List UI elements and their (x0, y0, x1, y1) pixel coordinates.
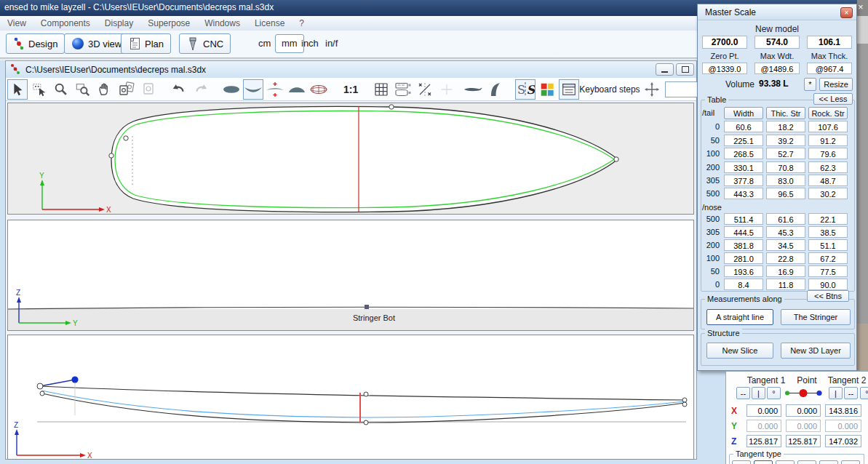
table-cell[interactable]: 443.3 (724, 188, 763, 199)
table-cell[interactable]: 107.6 (808, 121, 848, 132)
point-dot[interactable] (800, 389, 808, 397)
table-cell[interactable]: 22.8 (766, 252, 805, 264)
colors-icon[interactable] (537, 79, 557, 100)
mirror-icon[interactable]: S S (515, 79, 535, 100)
control-point[interactable] (682, 398, 687, 402)
cnc-button[interactable]: CNC (179, 33, 231, 54)
doc-restore-button[interactable] (676, 63, 694, 76)
z-point-field[interactable]: 125.817 (786, 435, 821, 447)
unit-cm[interactable]: cm (258, 38, 271, 49)
tangent-type-button[interactable] (797, 460, 816, 464)
y-tangent2-field[interactable]: 0.000 (825, 420, 861, 432)
z-tangent1-field[interactable]: 125.817 (746, 435, 781, 447)
zoom-icon[interactable] (51, 79, 71, 100)
table-cell[interactable]: 193.6 (724, 265, 763, 277)
marquee-select-icon[interactable] (29, 79, 49, 100)
table-cell[interactable]: 330.1 (724, 161, 763, 173)
tangent-type-button[interactable] (841, 460, 860, 464)
outline-view-panel[interactable]: Y X (7, 103, 694, 215)
select-cursor-icon[interactable] (7, 79, 28, 100)
unit-inch[interactable]: inch (301, 38, 319, 49)
thickness-view-icon[interactable] (265, 79, 285, 100)
table-cell[interactable]: 39.2 (766, 135, 805, 146)
table-cell[interactable]: 16.9 (766, 265, 805, 277)
menu-help[interactable]: ? (292, 18, 311, 28)
stringer-bottom-curve[interactable] (8, 307, 693, 309)
table-cell[interactable]: 62.3 (808, 161, 848, 173)
table-cell[interactable]: 48.7 (808, 175, 848, 186)
table-cell[interactable]: 52.7 (766, 148, 805, 159)
tangent-type-button[interactable] (819, 460, 838, 464)
tangent1-angle-button[interactable]: ° (767, 387, 781, 399)
3d-view-button[interactable]: 3D view (64, 33, 129, 54)
y-tangent1-field[interactable]: 0.000 (746, 420, 781, 432)
pan-hand-icon[interactable] (95, 79, 115, 100)
redo-icon[interactable] (191, 79, 211, 100)
table-cell[interactable]: 225.1 (724, 135, 763, 146)
thic-str-column-header[interactable]: Thic. Str (766, 107, 805, 119)
bottom-curve[interactable] (42, 393, 685, 423)
design-button[interactable]: Design (6, 33, 65, 54)
tangent2-free-button[interactable]: -- (844, 387, 858, 399)
tangent1-vertical-button[interactable]: | (752, 387, 765, 399)
outline-view-icon[interactable] (221, 79, 242, 100)
tangent2-handle-dot[interactable] (816, 391, 821, 396)
table-cell[interactable]: 96.5 (766, 188, 805, 199)
tangent1-free-button[interactable]: -- (736, 387, 750, 399)
properties-panel-icon[interactable] (559, 79, 579, 100)
table-cell[interactable]: 281.0 (724, 252, 763, 264)
table-cell[interactable]: 444.5 (724, 226, 763, 238)
control-point[interactable] (364, 420, 368, 425)
menu-license[interactable]: License (247, 18, 292, 28)
selected-tangent-handle[interactable] (71, 376, 78, 383)
rock-str-column-header[interactable]: Rock. Str (808, 107, 848, 119)
document-titlebar[interactable]: C:\Users\IEUser\Documents\decreps mal.s3… (6, 61, 696, 78)
table-cell[interactable]: 381.8 (724, 239, 763, 251)
slice-view-icon[interactable] (287, 79, 307, 100)
table-cell[interactable]: 90.0 (808, 279, 848, 290)
table-cell[interactable]: 11.8 (766, 279, 805, 290)
tangent-type-button[interactable] (776, 460, 795, 464)
rocker-view-icon[interactable] (243, 79, 263, 100)
table-cell[interactable]: 8.4 (724, 279, 763, 290)
snap-cross-icon[interactable] (437, 79, 457, 100)
table-cell[interactable]: 22.1 (808, 213, 848, 225)
table-cell[interactable]: 83.0 (766, 175, 805, 186)
stringer-view-panel[interactable]: Z Y Stringer Bot (7, 220, 694, 331)
outline-view-canvas[interactable]: Y X (8, 103, 693, 214)
snapshot-icon[interactable] (138, 79, 159, 100)
table-cell[interactable]: 18.2 (766, 121, 805, 132)
control-point[interactable] (109, 153, 114, 158)
tangent2-angle-button[interactable]: ° (860, 387, 868, 399)
max-thck-field[interactable]: @967.4 (807, 63, 852, 74)
measurements-sheet-icon[interactable] (393, 79, 413, 100)
y-point-field[interactable]: 0.000 (786, 420, 821, 432)
max-wdt-field[interactable]: @1489.6 (754, 63, 800, 74)
menu-components[interactable]: Components (33, 18, 97, 28)
resize-button[interactable]: Resize (819, 78, 853, 91)
wireframe-view-icon[interactable] (308, 79, 329, 100)
master-scale-close-button[interactable]: × (840, 7, 853, 18)
doc-minimize-button[interactable] (656, 63, 674, 76)
table-cell[interactable]: 60.6 (724, 121, 763, 132)
control-point[interactable] (389, 105, 394, 109)
table-cell[interactable]: 34.5 (766, 239, 805, 251)
control-point[interactable] (124, 136, 128, 140)
deck-curve[interactable] (40, 386, 685, 400)
width-column-header[interactable]: Width (724, 107, 763, 119)
less-button[interactable]: << Less (813, 93, 853, 105)
x-tangent1-field[interactable]: 0.000 (746, 404, 781, 417)
menu-display[interactable]: Display (97, 18, 140, 28)
table-cell[interactable]: 377.8 (724, 175, 763, 186)
table-cell[interactable]: 67.2 (808, 252, 848, 264)
menu-windows[interactable]: Windows (197, 18, 247, 28)
new-3d-layer-button[interactable]: New 3D Layer (781, 343, 851, 359)
zero-pt-field[interactable]: @1339.0 (702, 63, 747, 74)
table-cell[interactable]: 30.2 (808, 188, 848, 199)
copy-view-icon[interactable] (116, 79, 137, 100)
tangent-type-button[interactable] (732, 460, 751, 464)
table-cell[interactable]: 70.8 (766, 161, 805, 173)
width-field[interactable]: 574.0 (754, 36, 800, 49)
tangent2-vertical-button[interactable]: | (829, 387, 843, 399)
stringer-curve-blue[interactable] (41, 391, 685, 417)
